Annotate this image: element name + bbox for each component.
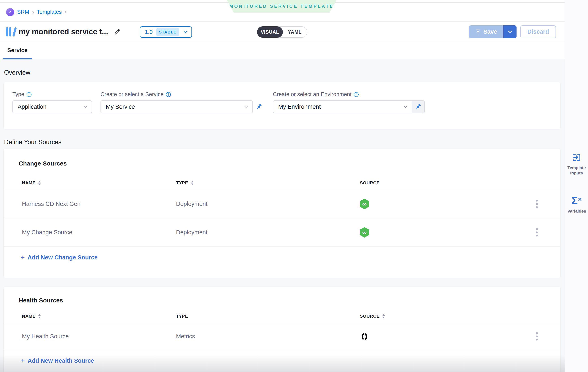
table-row[interactable]: My Health Source Metrics [4,323,560,350]
breadcrumb-chevron-icon: › [64,9,66,15]
sort-icon [191,180,194,186]
version-number: 1.0 [145,29,153,35]
change-sources-card: Change Sources NAME TYPE SOURCE Harness … [4,149,560,278]
kebab-menu-icon[interactable] [534,200,538,208]
chevron-down-icon [183,29,188,35]
add-new-change-source-button[interactable]: + Add New Change Source [21,254,98,261]
overview-heading: Overview [4,69,560,76]
type-label: Type [12,91,24,98]
version-stable-badge: STABLE [156,28,179,36]
pin-icon [415,103,422,110]
column-header-type[interactable]: TYPE [176,314,360,319]
monitored-service-template-badge: MONITORED SERVICE TEMPLATE [227,0,336,13]
pin-service-button[interactable] [253,101,265,113]
template-inputs-icon [572,152,581,162]
define-sources-heading: Define Your Sources [4,138,560,146]
template-inputs-button[interactable]: Template Inputs [565,152,588,176]
pin-environment-button[interactable] [412,101,425,113]
save-button[interactable]: Save [469,25,503,38]
srm-logo-icon: ✓ [6,8,14,16]
add-health-source-row: + Add New Health Source [4,350,560,364]
plus-icon: + [21,254,25,261]
health-sources-header: NAME TYPE SOURCE [4,310,560,323]
chevron-down-icon [507,29,513,35]
environment-label: Create or select an Environment [273,91,351,98]
appdynamics-logo-icon [360,332,369,341]
tab-service[interactable]: Service [3,42,32,60]
change-source-type: Deployment [176,229,360,236]
chevron-down-icon [83,104,88,110]
column-header-source[interactable]: SOURCE [360,180,534,186]
health-source-name: My Health Source [22,333,176,340]
change-source-name: My Change Source [22,229,176,236]
table-row[interactable]: My Change Source Deployment ∞ [4,218,560,246]
table-row[interactable]: Harness CD Next Gen Deployment ∞ [4,190,560,218]
breadcrumb-srm-link[interactable]: SRM [17,9,29,15]
chevron-down-icon [403,104,408,110]
column-header-name[interactable]: NAME [22,314,176,319]
add-new-health-source-button[interactable]: + Add New Health Source [21,357,94,364]
change-sources-title: Change Sources [19,160,560,167]
sort-icon [38,180,41,186]
breadcrumb-templates-link[interactable]: Templates [37,9,62,15]
template-library-icon [6,27,14,37]
chevron-down-icon [243,104,249,110]
type-field: Type Application [12,91,92,113]
info-icon[interactable] [354,92,359,97]
pencil-icon [114,28,121,36]
variables-button[interactable]: Σ× Variables [565,195,588,214]
tab-bar: Service [0,42,565,60]
version-selector[interactable]: 1.0 STABLE [140,26,192,38]
column-header-type[interactable]: TYPE [176,180,360,186]
change-source-type: Deployment [176,201,360,207]
health-source-type: Metrics [176,333,360,340]
column-header-name[interactable]: NAME [22,180,176,186]
environment-select[interactable]: My Environment [273,101,412,113]
info-icon[interactable] [166,92,171,97]
harness-cd-icon: ∞ [360,199,369,209]
visual-yaml-toggle: VISUAL YAML [257,26,307,38]
harness-cd-icon: ∞ [360,227,369,238]
info-icon[interactable] [26,92,32,97]
kebab-menu-icon[interactable] [534,228,538,237]
health-sources-title: Health Sources [19,297,560,304]
type-select[interactable]: Application [12,101,92,113]
main-area: ✓ SRM › Templates › my monitored service… [0,0,565,372]
service-field: Create or select a Service My Service [101,91,265,113]
add-change-source-row: + Add New Change Source [4,246,560,261]
change-source-name: Harness CD Next Gen [22,201,176,207]
health-sources-card: Health Sources NAME TYPE SOURCE My Healt… [4,287,560,372]
save-upload-icon [475,29,481,35]
breadcrumb-chevron-icon: › [32,9,34,15]
sort-icon [382,314,385,319]
content-area: Overview Type Application Create or sele… [0,60,565,372]
kebab-menu-icon[interactable] [534,332,538,341]
save-split-button: Save [469,25,516,38]
plus-icon: + [21,357,25,364]
pin-icon [256,103,262,110]
template-header: my monitored service t... 1.0 STABLE VIS… [0,22,565,42]
overview-card: Type Application Create or select a Serv… [4,82,560,129]
environment-field: Create or select an Environment My Envir… [273,91,425,113]
sort-icon [38,314,41,319]
discard-button[interactable]: Discard [520,25,556,38]
service-select[interactable]: My Service [101,101,253,113]
column-header-source[interactable]: SOURCE [360,314,534,319]
toggle-visual[interactable]: VISUAL [257,26,283,38]
edit-title-button[interactable] [114,28,121,36]
save-options-button[interactable] [503,25,516,38]
service-label: Create or select a Service [101,91,164,98]
variables-sigma-icon: Σ× [571,195,582,206]
change-sources-header: NAME TYPE SOURCE [4,176,560,190]
right-rail: Template Inputs Σ× Variables [565,0,588,372]
page-title: my monitored service t... [19,27,108,36]
toggle-yaml[interactable]: YAML [283,27,307,37]
